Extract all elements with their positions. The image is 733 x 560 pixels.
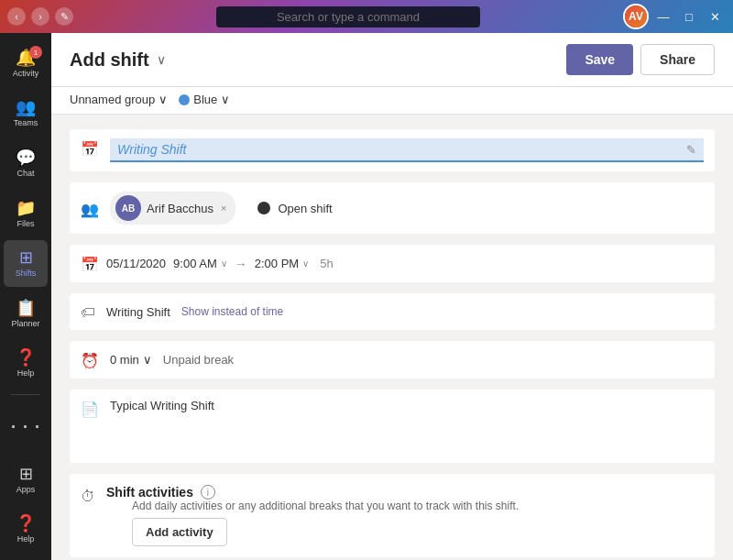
break-dropdown-icon: ∨: [143, 353, 152, 367]
person-remove-button[interactable]: ×: [221, 203, 226, 214]
files-icon: 📁: [16, 200, 36, 216]
sidebar-label-shifts: Shifts: [16, 269, 37, 278]
title-bar-left: ‹ › ✎: [7, 7, 73, 26]
activity-badge: 1: [29, 46, 42, 59]
person-tag: AB Arif Bacchus ×: [110, 192, 235, 225]
help-bottom-icon: ❓: [16, 515, 36, 532]
time-end-field[interactable]: 2:00 PM ∨: [255, 257, 309, 270]
page-header: Add shift ∨ Save Share: [51, 33, 733, 87]
group-dropdown[interactable]: Unnamed group ∨: [70, 93, 168, 106]
help-icon: ❓: [16, 349, 36, 366]
planner-icon: 📋: [16, 300, 36, 316]
sidebar-item-apps[interactable]: ⊞ Apps: [4, 456, 48, 503]
maximize-button[interactable]: □: [678, 5, 700, 27]
shift-name-section: 📅 Writing Shift ✎: [70, 129, 715, 171]
show-instead-button[interactable]: Show instead of time: [181, 305, 283, 318]
teams-icon: 👥: [16, 99, 36, 115]
sidebar-label-chat: Chat: [16, 169, 34, 178]
time-start-dropdown: ∨: [221, 258, 227, 269]
time-start-value: 9:00 AM: [173, 257, 217, 270]
group-dropdown-icon: ∨: [159, 93, 168, 106]
avatar-initials: AV: [625, 5, 647, 27]
shifts-icon: ⊞: [19, 249, 33, 266]
share-button[interactable]: Share: [640, 44, 715, 75]
clock-icon: 📅: [81, 256, 99, 273]
notes-icon: 📄: [81, 401, 99, 418]
sidebar-item-activity[interactable]: 🔔 Activity 1: [4, 40, 48, 87]
sidebar-label-activity: Activity: [13, 69, 39, 78]
more-icon: ···: [7, 417, 43, 435]
open-shift-dot: [257, 202, 270, 214]
activities-section: ⏱ Shift activities i Add daily activitie…: [70, 474, 715, 557]
break-value: 0 min: [110, 353, 139, 367]
time-arrow-icon: →: [235, 257, 247, 271]
back-button[interactable]: ‹: [7, 7, 26, 26]
sidebar-item-more[interactable]: ···: [4, 402, 48, 449]
activities-content: Shift activities i Add daily activities …: [106, 485, 704, 546]
break-dropdown[interactable]: 0 min ∨: [110, 353, 152, 367]
forward-button[interactable]: ›: [31, 7, 49, 26]
calendar-icon: 📅: [81, 140, 99, 158]
sidebar-label-apps: Apps: [16, 485, 36, 494]
people-section: 👥 AB Arif Bacchus × Open shift: [70, 182, 715, 234]
duration-label: 5h: [320, 257, 333, 270]
color-label: Blue: [193, 93, 217, 106]
sidebar-item-chat[interactable]: 💬 Chat: [4, 140, 48, 187]
sidebar-label-files: Files: [16, 219, 34, 228]
apps-icon: ⊞: [19, 466, 33, 482]
sidebar-item-planner[interactable]: 📋 Planner: [4, 291, 48, 337]
sidebar-item-helpbottom[interactable]: ❓ Help: [4, 506, 48, 553]
add-activity-button[interactable]: Add activity: [132, 518, 227, 546]
avatar-ab: AB: [115, 195, 141, 221]
activities-desc: Add daily activities or any additional b…: [106, 500, 704, 512]
open-shift-label: Open shift: [278, 202, 332, 215]
title-bar-right: AV — □ ✕: [623, 4, 726, 29]
date-field[interactable]: 05/11/2020: [106, 257, 166, 270]
main-panel: 📅 Writing Shift ✎ 👥 AB Arif Bacchus × Op…: [51, 115, 733, 560]
label-section: 🏷 Writing Shift Show instead of time: [70, 293, 715, 330]
save-button[interactable]: Save: [566, 44, 633, 75]
title-dropdown-icon[interactable]: ∨: [157, 52, 166, 67]
sidebar-item-shifts[interactable]: ⊞ Shifts: [4, 240, 48, 287]
close-button[interactable]: ✕: [704, 5, 726, 27]
header-left: Add shift ∨: [70, 49, 166, 71]
shift-name-text: Writing Shift: [117, 142, 186, 157]
search-input[interactable]: [216, 6, 480, 27]
open-shift-section: Open shift: [257, 202, 332, 215]
color-dropdown[interactable]: Blue ∨: [179, 93, 230, 106]
group-label: Unnamed group: [70, 93, 155, 106]
sidebar-label-planner: Planner: [11, 319, 39, 328]
time-start-field[interactable]: 9:00 AM ∨: [173, 257, 227, 270]
title-bar: ‹ › ✎ AV — □ ✕: [0, 0, 733, 33]
notes-text: Typical Writing Shift: [110, 399, 214, 412]
break-section: ⏰ 0 min ∨ Unpaid break: [70, 341, 715, 379]
sidebar-divider: [11, 394, 40, 395]
sidebar-label-helpbottom: Help: [17, 534, 35, 544]
time-end-value: 2:00 PM: [255, 257, 299, 270]
page-title: Add shift: [70, 49, 149, 71]
header-right: Save Share: [566, 44, 715, 75]
chat-icon: 💬: [16, 149, 36, 166]
edit-icon: ✎: [686, 143, 696, 157]
content-area: Add shift ∨ Save Share Unnamed group ∨ B…: [51, 33, 733, 560]
sidebar: 🔔 Activity 1 👥 Teams 💬 Chat 📁 Files ⊞ Sh…: [0, 33, 51, 560]
sub-header: Unnamed group ∨ Blue ∨: [51, 87, 733, 115]
activities-title: Shift activities: [106, 485, 193, 500]
person-name: Arif Bacchus: [147, 202, 213, 215]
sidebar-item-files[interactable]: 📁 Files: [4, 191, 48, 237]
edit-icon-button[interactable]: ✎: [55, 7, 73, 26]
sidebar-item-teams[interactable]: 👥 Teams: [4, 91, 48, 137]
info-icon[interactable]: i: [201, 485, 215, 500]
shift-name-input[interactable]: Writing Shift ✎: [110, 138, 704, 162]
notes-section[interactable]: 📄 Typical Writing Shift: [70, 390, 715, 463]
avatar: AV: [623, 4, 649, 29]
activities-row: ⏱ Shift activities i Add daily activitie…: [81, 485, 704, 546]
shift-label-text: Writing Shift: [106, 305, 170, 319]
app-container: 🔔 Activity 1 👥 Teams 💬 Chat 📁 Files ⊞ Sh…: [0, 33, 733, 560]
activities-header: Shift activities i: [106, 485, 704, 500]
sidebar-item-help[interactable]: ❓ Help: [4, 341, 48, 388]
date-value: 05/11/2020: [106, 257, 166, 270]
minimize-button[interactable]: —: [652, 5, 674, 27]
break-icon: ⏰: [81, 352, 99, 369]
datetime-section: 📅 05/11/2020 9:00 AM ∨ → 2:00 PM ∨ 5h: [70, 245, 715, 282]
